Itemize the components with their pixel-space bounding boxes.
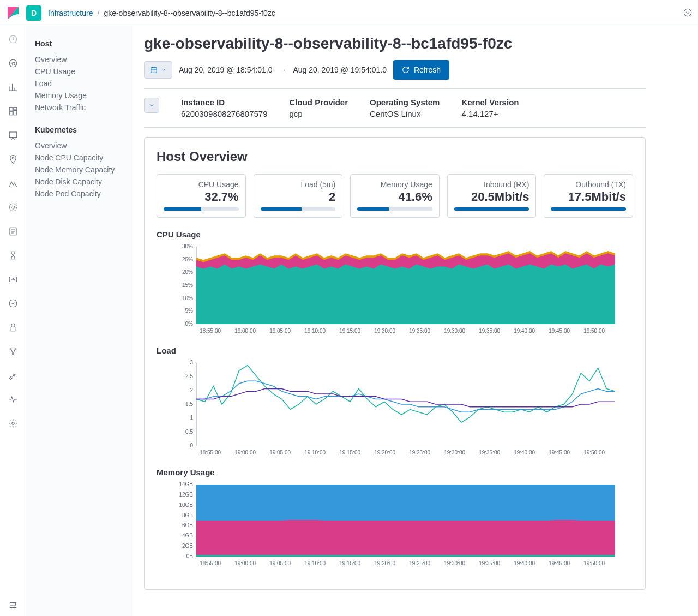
svg-text:19:45:00: 19:45:00 <box>549 450 570 456</box>
stat-card: Outbound (TX) 17.5Mbit/s <box>544 174 633 218</box>
svg-point-11 <box>11 206 15 209</box>
svg-text:19:10:00: 19:10:00 <box>304 560 326 566</box>
sidenav-item-node-pod[interactable]: Node Pod Capacity <box>35 188 124 200</box>
svg-text:19:35:00: 19:35:00 <box>479 328 500 334</box>
collapse-icon[interactable] <box>7 599 20 612</box>
maps-icon[interactable] <box>7 153 20 166</box>
svg-text:0B: 0B <box>186 553 194 559</box>
svg-text:19:50:00: 19:50:00 <box>583 450 605 456</box>
memory-chart[interactable]: 0B2GB4GB6GB8GB10GB12GB14GB18:55:0019:00:… <box>157 481 633 569</box>
sidenav-heading-host: Host <box>35 39 124 48</box>
svg-rect-8 <box>9 132 17 138</box>
svg-text:19:40:00: 19:40:00 <box>514 560 535 566</box>
sidenav-item-node-disk[interactable]: Node Disk Capacity <box>35 176 124 188</box>
chevron-down-icon <box>148 102 155 109</box>
svg-text:19:30:00: 19:30:00 <box>444 560 465 566</box>
feedback-icon[interactable] <box>683 8 694 19</box>
dev-tools-icon[interactable] <box>7 369 20 382</box>
svg-point-1 <box>687 11 689 14</box>
sidenav-item-node-mem[interactable]: Node Memory Capacity <box>35 164 124 176</box>
svg-point-9 <box>12 157 14 159</box>
meta-instance-id: Instance ID 6200309808276807579 <box>181 98 268 118</box>
sidenav-item-memory[interactable]: Memory Usage <box>35 89 124 101</box>
graph-icon[interactable] <box>7 345 20 358</box>
svg-text:19:30:00: 19:30:00 <box>444 328 465 334</box>
svg-text:19:10:00: 19:10:00 <box>304 450 326 456</box>
svg-text:18:55:00: 18:55:00 <box>200 560 221 566</box>
refresh-icon <box>402 66 410 74</box>
time-controls: Aug 20, 2019 @ 18:54:01.0 → Aug 20, 2019… <box>144 60 646 80</box>
logs-icon[interactable] <box>7 225 20 238</box>
svg-text:2: 2 <box>190 387 193 393</box>
uptime-icon[interactable] <box>7 273 20 286</box>
time-from[interactable]: Aug 20, 2019 @ 18:54:01.0 <box>179 65 272 74</box>
calendar-icon <box>150 66 158 74</box>
svg-point-3 <box>9 59 17 67</box>
chart-load: Load 00.511.522.5318:55:0019:00:0019:05:… <box>157 346 633 458</box>
svg-text:19:45:00: 19:45:00 <box>549 328 570 334</box>
sidenav-item-k8s-overview[interactable]: Overview <box>35 140 124 152</box>
sidenav-item-load[interactable]: Load <box>35 77 124 89</box>
visualize-icon[interactable] <box>7 81 20 94</box>
svg-text:14GB: 14GB <box>179 481 193 487</box>
side-nav: Host Overview CPU Usage Load Memory Usag… <box>26 26 133 616</box>
ml-icon[interactable] <box>7 177 20 190</box>
breadcrumb-current: gke-observability-8--observability-8--bc… <box>104 9 275 17</box>
sidenav-item-cpu[interactable]: CPU Usage <box>35 65 124 77</box>
stat-card: CPU Usage 32.7% <box>157 174 246 218</box>
sidenav-item-network[interactable]: Network Traffic <box>35 101 124 113</box>
svg-text:18:55:00: 18:55:00 <box>200 450 221 456</box>
kibana-logo[interactable] <box>4 4 22 22</box>
svg-text:19:50:00: 19:50:00 <box>583 328 605 334</box>
meta-cloud-provider: Cloud Provider gcp <box>290 98 348 118</box>
refresh-button[interactable]: Refresh <box>393 60 449 80</box>
discover-icon[interactable] <box>7 57 20 70</box>
svg-text:5%: 5% <box>185 308 194 314</box>
siem-icon[interactable] <box>7 297 20 310</box>
svg-text:19:25:00: 19:25:00 <box>409 560 430 566</box>
svg-text:19:20:00: 19:20:00 <box>374 328 395 334</box>
svg-text:8GB: 8GB <box>182 512 193 518</box>
content-area: gke-observability-8--observability-8--bc… <box>133 26 698 616</box>
time-to[interactable]: Aug 20, 2019 @ 19:54:01.0 <box>293 65 386 74</box>
sidenav-item-node-cpu[interactable]: Node CPU Capacity <box>35 152 124 164</box>
svg-text:19:35:00: 19:35:00 <box>479 560 500 566</box>
svg-text:19:00:00: 19:00:00 <box>234 450 256 456</box>
svg-text:25%: 25% <box>182 256 193 262</box>
infrastructure-icon[interactable] <box>7 201 20 214</box>
svg-text:19:40:00: 19:40:00 <box>514 450 535 456</box>
meta-collapse-button[interactable] <box>144 98 159 113</box>
space-badge[interactable]: D <box>26 5 41 21</box>
svg-text:19:15:00: 19:15:00 <box>339 560 360 566</box>
breadcrumb-separator: / <box>97 9 99 17</box>
dashboard-icon[interactable] <box>7 105 20 118</box>
svg-text:12GB: 12GB <box>179 492 193 498</box>
svg-text:19:45:00: 19:45:00 <box>549 560 570 566</box>
monitoring-icon[interactable] <box>7 393 20 406</box>
apm-icon[interactable] <box>7 249 20 262</box>
svg-text:19:30:00: 19:30:00 <box>444 450 465 456</box>
svg-text:2GB: 2GB <box>182 543 193 549</box>
meta-row: Instance ID 6200309808276807579 Cloud Pr… <box>144 88 646 128</box>
management-icon[interactable] <box>7 417 20 430</box>
svg-text:20%: 20% <box>182 269 193 275</box>
svg-text:19:05:00: 19:05:00 <box>269 560 291 566</box>
svg-point-10 <box>9 204 17 211</box>
canvas-icon[interactable] <box>7 129 20 142</box>
chart-cpu: CPU Usage 0%5%10%15%20%25%30%18:55:0019:… <box>157 230 633 336</box>
sidenav-item-overview[interactable]: Overview <box>35 53 124 65</box>
date-picker-button[interactable] <box>144 61 172 79</box>
breadcrumb-parent[interactable]: Infrastructure <box>48 9 93 17</box>
svg-text:19:20:00: 19:20:00 <box>374 560 395 566</box>
security-icon[interactable] <box>7 321 20 334</box>
svg-text:0.5: 0.5 <box>185 429 193 435</box>
svg-text:19:00:00: 19:00:00 <box>234 560 256 566</box>
recent-icon[interactable] <box>7 33 20 46</box>
load-chart[interactable]: 00.511.522.5318:55:0019:00:0019:05:0019:… <box>157 360 633 458</box>
stat-card: Memory Usage 41.6% <box>350 174 440 218</box>
svg-text:30%: 30% <box>182 243 193 249</box>
svg-text:0%: 0% <box>185 321 194 327</box>
chevron-down-icon <box>161 67 166 73</box>
cpu-usage-chart[interactable]: 0%5%10%15%20%25%30%18:55:0019:00:0019:05… <box>157 243 633 336</box>
svg-text:0: 0 <box>190 442 193 448</box>
